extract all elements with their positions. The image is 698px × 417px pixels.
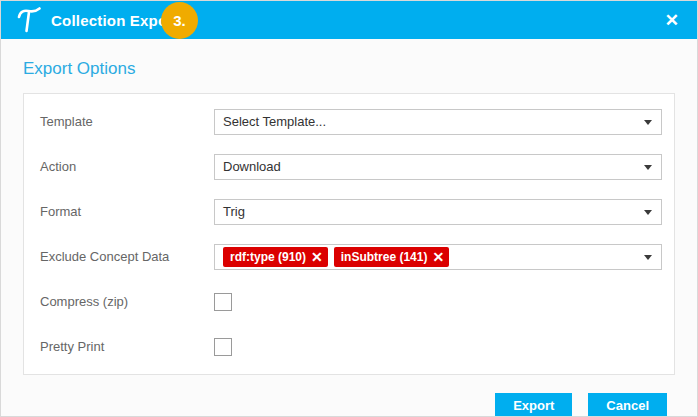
cancel-button[interactable]: Cancel — [588, 393, 667, 417]
action-select[interactable]: Download — [214, 154, 662, 180]
compress-zip-label: Compress (zip) — [40, 294, 214, 309]
pretty-print-checkbox[interactable] — [214, 338, 232, 356]
page-title: Export Options — [23, 59, 675, 79]
compress-zip-checkbox[interactable] — [214, 293, 232, 311]
chevron-down-icon — [644, 210, 652, 215]
collection-export-dialog: Collection Export 3. ✕ Export Options Te… — [0, 0, 698, 417]
export-button[interactable]: Export — [495, 393, 572, 417]
close-icon[interactable]: ✕ — [665, 1, 679, 39]
form-row-template: Template Select Template... — [24, 99, 674, 144]
chevron-down-icon — [644, 165, 652, 170]
dialog-header: Collection Export 3. ✕ — [1, 1, 697, 39]
dialog-footer: Export Cancel — [23, 393, 675, 417]
chevron-down-icon — [644, 120, 652, 125]
format-label: Format — [40, 204, 214, 219]
remove-tag-icon[interactable]: ✕ — [311, 250, 323, 264]
format-select[interactable]: Trig — [214, 199, 662, 225]
remove-tag-icon[interactable]: ✕ — [432, 250, 444, 264]
form-row-exclude-concept-data: Exclude Concept Data rdf:type (910) ✕ in… — [24, 234, 674, 279]
action-select-value: Download — [223, 159, 281, 174]
exclude-concept-data-select[interactable]: rdf:type (910) ✕ inSubtree (141) ✕ — [214, 244, 662, 270]
form-row-action: Action Download — [24, 144, 674, 189]
form-row-format: Format Trig — [24, 189, 674, 234]
template-label: Template — [40, 114, 214, 129]
tag-label: rdf:type (910) — [230, 250, 306, 264]
form-row-compress-zip: Compress (zip) — [24, 279, 674, 324]
tag-label: inSubtree (141) — [341, 250, 428, 264]
dialog-title: Collection Export — [51, 12, 179, 29]
tag-rdf-type: rdf:type (910) ✕ — [223, 247, 328, 267]
dialog-body: Export Options Template Select Template.… — [1, 39, 697, 417]
chevron-down-icon — [644, 255, 652, 260]
action-label: Action — [40, 159, 214, 174]
format-select-value: Trig — [223, 204, 245, 219]
selected-tags: rdf:type (910) ✕ inSubtree (141) ✕ — [223, 247, 449, 267]
pretty-print-label: Pretty Print — [40, 339, 214, 354]
step-badge: 3. — [161, 2, 198, 39]
exclude-concept-data-label: Exclude Concept Data — [40, 249, 214, 264]
export-options-panel: Template Select Template... Action Downl… — [23, 93, 675, 375]
form-row-pretty-print: Pretty Print — [24, 324, 674, 369]
template-select[interactable]: Select Template... — [214, 109, 662, 135]
template-select-value: Select Template... — [223, 114, 326, 129]
tag-insubtree: inSubtree (141) ✕ — [334, 247, 449, 267]
topbraid-logo-icon — [17, 7, 41, 33]
